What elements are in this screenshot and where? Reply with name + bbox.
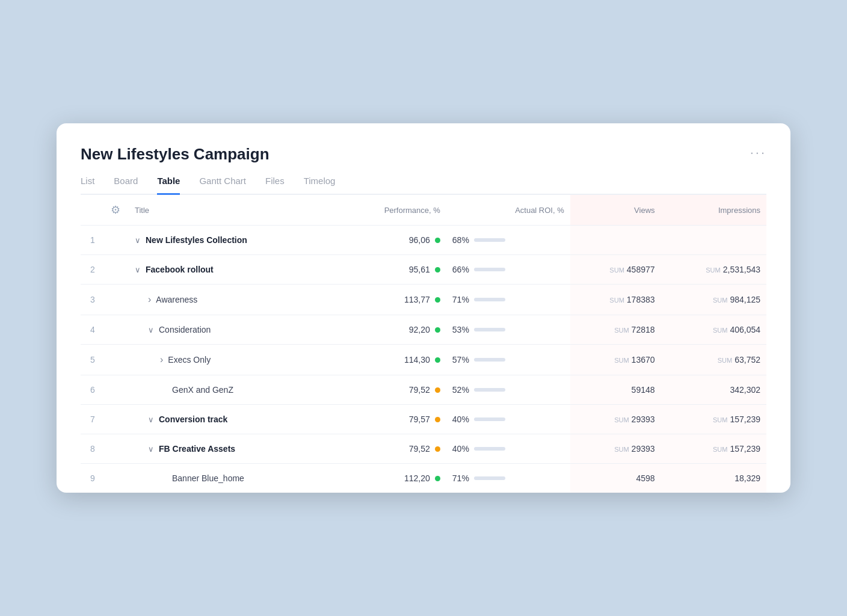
- perf-value: 95,61: [409, 265, 430, 274]
- row-views: SUM178383: [570, 285, 661, 315]
- row-number: 1: [81, 226, 105, 255]
- card-header: New Lifestyles Campaign ···: [81, 145, 766, 164]
- sum-label: SUM: [614, 416, 629, 424]
- row-title: ›Execs Only: [129, 345, 339, 375]
- perf-dot: [435, 327, 440, 333]
- table-row: 2∨Facebook rollout95,6166%SUM458977SUM2,…: [81, 255, 766, 285]
- perf-value: 96,06: [409, 235, 430, 245]
- row-performance: 79,52: [339, 434, 446, 464]
- row-roi: 71%: [446, 285, 570, 315]
- table-body: 1∨New Lifestyles Collection96,0668%2∨Fac…: [81, 226, 766, 493]
- impressions-value: 2,531,543: [723, 265, 760, 274]
- gear-icon: ⚙: [111, 204, 120, 216]
- perf-value: 79,52: [409, 385, 430, 395]
- row-roi: 52%: [446, 375, 570, 405]
- tab-board[interactable]: Board: [114, 176, 138, 195]
- roi-value: 53%: [452, 325, 469, 334]
- views-value: 72818: [632, 325, 655, 334]
- sum-label: SUM: [609, 297, 624, 304]
- chevron-right-icon[interactable]: ›: [148, 294, 151, 305]
- roi-value: 71%: [452, 295, 469, 304]
- perf-dot: [435, 297, 440, 303]
- impressions-value: 157,239: [730, 444, 760, 454]
- row-impressions: 342,302: [661, 375, 766, 405]
- row-checkbox: [105, 434, 129, 464]
- roi-value: 68%: [452, 235, 469, 245]
- views-value: 29393: [632, 444, 655, 454]
- chevron-down-icon[interactable]: ∨: [135, 265, 141, 274]
- roi-bar: [474, 388, 505, 392]
- row-roi: 66%: [446, 255, 570, 285]
- row-roi: 53%: [446, 315, 570, 345]
- row-number: 7: [81, 405, 105, 434]
- more-options-button[interactable]: ···: [750, 145, 766, 161]
- row-roi: 71%: [446, 464, 570, 493]
- tab-gantt-chart[interactable]: Gantt Chart: [199, 176, 246, 195]
- sum-label: SUM: [706, 266, 720, 274]
- row-checkbox: [105, 255, 129, 285]
- title-text: Execs Only: [168, 355, 211, 365]
- col-header-views: Views: [570, 195, 661, 226]
- row-title: ∨Conversion track: [129, 405, 339, 434]
- impressions-value: 984,125: [730, 295, 760, 304]
- table-row: 4∨Consideration92,2053%SUM72818SUM406,05…: [81, 315, 766, 345]
- row-checkbox: [105, 226, 129, 255]
- row-impressions: SUM157,239: [661, 434, 766, 464]
- title-text: Banner Blue_home: [172, 473, 244, 483]
- row-impressions: SUM157,239: [661, 405, 766, 434]
- tab-table[interactable]: Table: [157, 176, 180, 195]
- impressions-value: 63,752: [735, 355, 760, 365]
- perf-dot: [435, 417, 440, 422]
- roi-bar: [474, 298, 505, 301]
- row-impressions: [661, 226, 766, 255]
- col-header-roi: Actual ROI, %: [446, 195, 570, 226]
- row-impressions: SUM406,054: [661, 315, 766, 345]
- title-text: FB Creative Assets: [159, 444, 235, 454]
- col-header-gear[interactable]: ⚙: [105, 195, 129, 226]
- row-number: 8: [81, 434, 105, 464]
- tab-timelog[interactable]: Timelog: [304, 176, 336, 195]
- sum-label: SUM: [614, 327, 629, 334]
- impressions-value: 342,302: [730, 385, 760, 395]
- chevron-down-icon[interactable]: ∨: [148, 445, 154, 454]
- table-row: 7∨Conversion track79,5740%SUM29393SUM157…: [81, 405, 766, 434]
- impressions-value: 18,329: [735, 473, 760, 483]
- chevron-down-icon[interactable]: ∨: [148, 325, 154, 334]
- roi-value: 57%: [452, 355, 469, 365]
- table-row: 6GenX and GenZ79,5252%59148342,302: [81, 375, 766, 405]
- row-title: ∨Consideration: [129, 315, 339, 345]
- row-impressions: SUM2,531,543: [661, 255, 766, 285]
- row-views: SUM13670: [570, 345, 661, 375]
- roi-bar: [474, 328, 505, 331]
- page-title: New Lifestyles Campaign: [81, 145, 270, 164]
- sum-label: SUM: [713, 297, 727, 304]
- title-text: Conversion track: [159, 414, 227, 424]
- chevron-right-icon[interactable]: ›: [160, 354, 163, 365]
- table-row: 5›Execs Only114,3057%SUM13670SUM63,752: [81, 345, 766, 375]
- roi-value: 66%: [452, 265, 469, 274]
- perf-value: 113,77: [404, 295, 430, 304]
- title-text: Consideration: [159, 325, 211, 334]
- views-value: 29393: [632, 414, 655, 424]
- row-number: 5: [81, 345, 105, 375]
- row-views: 4598: [570, 464, 661, 493]
- row-checkbox: [105, 285, 129, 315]
- tab-bar: ListBoardTableGantt ChartFilesTimelog: [81, 176, 766, 195]
- row-views: SUM29393: [570, 405, 661, 434]
- impressions-value: 157,239: [730, 414, 760, 424]
- tab-files[interactable]: Files: [265, 176, 285, 195]
- row-views: SUM458977: [570, 255, 661, 285]
- tab-list[interactable]: List: [81, 176, 94, 195]
- table-row: 1∨New Lifestyles Collection96,0668%: [81, 226, 766, 255]
- row-impressions: 18,329: [661, 464, 766, 493]
- perf-dot: [435, 357, 440, 363]
- row-checkbox: [105, 315, 129, 345]
- perf-value: 92,20: [409, 325, 430, 334]
- views-value: 4598: [636, 473, 654, 483]
- chevron-down-icon[interactable]: ∨: [148, 415, 154, 424]
- chevron-down-icon[interactable]: ∨: [135, 236, 141, 245]
- roi-bar: [474, 447, 505, 451]
- row-roi: 40%: [446, 405, 570, 434]
- perf-dot: [435, 387, 440, 393]
- roi-bar: [474, 268, 505, 271]
